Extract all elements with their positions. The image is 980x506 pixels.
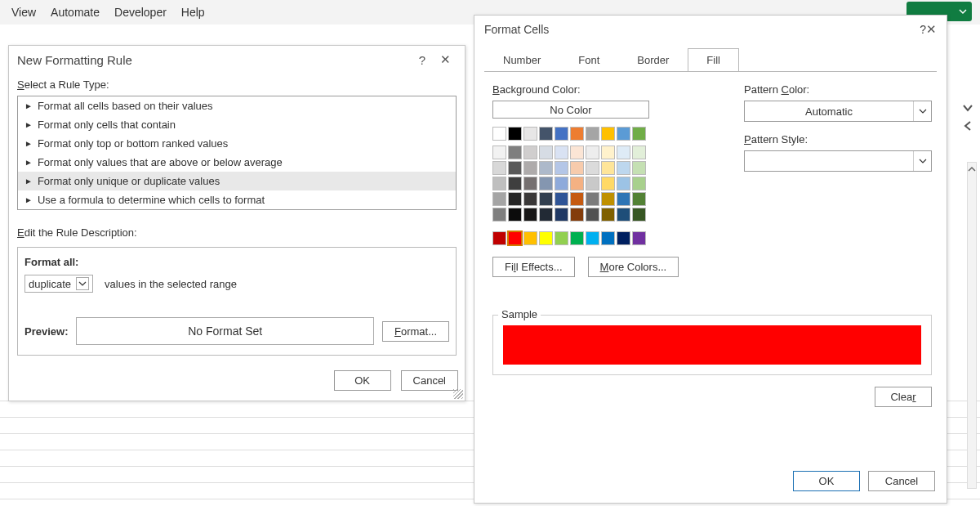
- color-swatch[interactable]: [539, 177, 553, 190]
- menu-view[interactable]: View: [11, 6, 36, 19]
- color-swatch[interactable]: [586, 192, 599, 206]
- more-colors-button[interactable]: More Colors...: [588, 257, 679, 277]
- fill-effects-button[interactable]: FiIll Effects...: [492, 257, 575, 277]
- close-button[interactable]: ✕: [926, 22, 937, 37]
- color-swatch[interactable]: [523, 127, 537, 141]
- color-swatch[interactable]: [539, 231, 553, 245]
- duplicate-unique-select[interactable]: duplicate: [24, 275, 93, 293]
- color-swatch[interactable]: [523, 146, 537, 159]
- color-swatch[interactable]: [523, 192, 537, 206]
- color-swatch[interactable]: [586, 146, 599, 159]
- color-swatch[interactable]: [508, 146, 522, 159]
- cancel-button[interactable]: Cancel: [401, 370, 458, 391]
- color-swatch[interactable]: [555, 127, 568, 141]
- color-swatch[interactable]: [570, 192, 584, 206]
- cancel-button[interactable]: Cancel: [868, 471, 935, 491]
- rule-type-item[interactable]: ►Format only values that are above or be…: [18, 153, 456, 172]
- color-swatch[interactable]: [632, 146, 646, 159]
- close-button[interactable]: ✕: [434, 52, 457, 67]
- pattern-color-select[interactable]: Automatic: [744, 101, 932, 122]
- color-swatch[interactable]: [539, 208, 553, 222]
- menu-developer[interactable]: Developer: [114, 6, 167, 19]
- color-swatch[interactable]: [570, 161, 584, 175]
- color-swatch[interactable]: [617, 208, 630, 222]
- color-swatch[interactable]: [508, 192, 522, 206]
- help-button[interactable]: ?: [920, 23, 926, 36]
- color-swatch[interactable]: [601, 208, 615, 222]
- color-swatch[interactable]: [617, 177, 630, 190]
- tab-number[interactable]: Number: [484, 48, 559, 72]
- chevron-down-icon[interactable]: [962, 102, 973, 114]
- color-swatch[interactable]: [632, 177, 646, 190]
- scroll-up-icon[interactable]: [968, 163, 976, 176]
- ok-button[interactable]: OK: [793, 471, 860, 491]
- color-swatch[interactable]: [539, 146, 553, 159]
- color-swatch[interactable]: [632, 161, 646, 175]
- color-swatch[interactable]: [617, 192, 630, 206]
- color-swatch[interactable]: [523, 208, 537, 222]
- tab-font[interactable]: Font: [559, 48, 618, 72]
- menu-automate[interactable]: Automate: [51, 6, 100, 19]
- color-swatch[interactable]: [617, 146, 630, 159]
- color-swatch[interactable]: [508, 208, 522, 222]
- vertical-scrollbar[interactable]: [967, 162, 977, 489]
- color-swatch[interactable]: [601, 177, 615, 190]
- color-swatch[interactable]: [508, 161, 522, 175]
- color-swatch[interactable]: [601, 231, 615, 245]
- color-swatch[interactable]: [492, 192, 506, 206]
- resize-grip[interactable]: [453, 389, 463, 399]
- color-swatch[interactable]: [617, 161, 630, 175]
- color-swatch[interactable]: [492, 161, 506, 175]
- color-swatch[interactable]: [539, 127, 553, 141]
- color-swatch[interactable]: [555, 177, 568, 190]
- rule-type-list[interactable]: ►Format all cells based on their values►…: [17, 96, 457, 210]
- color-swatch[interactable]: [601, 127, 615, 141]
- clear-button[interactable]: Clear: [875, 387, 932, 407]
- format-button[interactable]: Format...: [382, 321, 449, 342]
- color-swatch[interactable]: [570, 127, 584, 141]
- rule-type-item[interactable]: ►Use a formula to determine which cells …: [18, 190, 456, 209]
- ok-button[interactable]: OK: [334, 370, 391, 391]
- color-swatch[interactable]: [508, 231, 522, 245]
- color-swatch[interactable]: [601, 192, 615, 206]
- chevron-left-icon[interactable]: [962, 120, 973, 132]
- color-swatch[interactable]: [508, 127, 522, 141]
- color-swatch[interactable]: [539, 192, 553, 206]
- color-swatch[interactable]: [570, 146, 584, 159]
- color-swatch[interactable]: [555, 231, 568, 245]
- rule-type-item[interactable]: ►Format only unique or duplicate values: [18, 172, 456, 190]
- rule-type-item[interactable]: ►Format only top or bottom ranked values: [18, 134, 456, 153]
- color-swatch[interactable]: [617, 231, 630, 245]
- color-swatch[interactable]: [601, 146, 615, 159]
- color-swatch[interactable]: [492, 127, 506, 141]
- color-swatch[interactable]: [586, 208, 599, 222]
- color-swatch[interactable]: [586, 161, 599, 175]
- color-swatch[interactable]: [586, 231, 599, 245]
- color-swatch[interactable]: [601, 161, 615, 175]
- tab-border[interactable]: Border: [618, 48, 688, 72]
- color-swatch[interactable]: [492, 177, 506, 190]
- color-swatch[interactable]: [632, 127, 646, 141]
- no-color-button[interactable]: No Color: [492, 101, 649, 119]
- help-button[interactable]: ?: [411, 53, 434, 67]
- color-swatch[interactable]: [555, 146, 568, 159]
- color-swatch[interactable]: [570, 208, 584, 222]
- rule-type-item[interactable]: ►Format only cells that contain: [18, 115, 456, 134]
- color-swatch[interactable]: [523, 161, 537, 175]
- color-swatch[interactable]: [492, 146, 506, 159]
- color-swatch[interactable]: [632, 192, 646, 206]
- color-swatch[interactable]: [523, 231, 537, 245]
- color-swatch[interactable]: [570, 231, 584, 245]
- menu-help[interactable]: Help: [181, 6, 205, 19]
- color-swatch[interactable]: [555, 208, 568, 222]
- color-swatch[interactable]: [492, 208, 506, 222]
- color-swatch[interactable]: [555, 161, 568, 175]
- color-swatch[interactable]: [523, 177, 537, 190]
- color-swatch[interactable]: [586, 127, 599, 141]
- tab-fill[interactable]: Fill: [688, 48, 739, 72]
- color-swatch[interactable]: [555, 192, 568, 206]
- color-swatch[interactable]: [539, 161, 553, 175]
- color-swatch[interactable]: [632, 208, 646, 222]
- color-swatch[interactable]: [508, 177, 522, 190]
- color-swatch[interactable]: [617, 127, 630, 141]
